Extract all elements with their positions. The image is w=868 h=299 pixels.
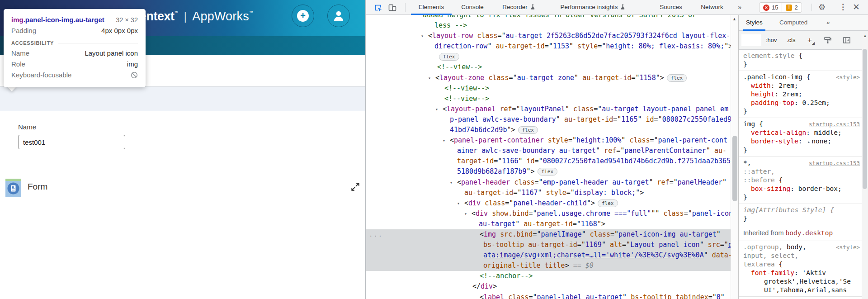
tree-row[interactable]: p-panel awlc-save-boundary" au-target-id… (366, 114, 731, 125)
devtools-tab-performance-insights[interactable]: Performance insights (555, 0, 631, 15)
more-actions-dots[interactable]: ... (369, 229, 383, 240)
expand-arrow-icon[interactable]: ▾ (421, 31, 424, 41)
new-style-rule-button[interactable]: +◢ (807, 31, 815, 50)
css-selector-line[interactable]: } (739, 107, 862, 116)
tree-row[interactable]: au-target-id="1167" style="display: bloc… (366, 188, 731, 198)
css-property[interactable]: box-sizing: border-box; (739, 185, 862, 193)
css-property[interactable]: grotesk',Helvetica,'Se (739, 277, 862, 286)
close-devtools-icon[interactable]: ✕ (853, 0, 860, 15)
tree-row[interactable]: target-id="1166" id="080027c2550fa1ed954… (366, 156, 731, 166)
css-property[interactable]: width: 2rem; (739, 81, 862, 90)
css-selector-line[interactable]: } (739, 214, 862, 223)
add-button[interactable]: + (292, 5, 314, 27)
css-property[interactable]: vertical-align: middle; (739, 128, 862, 137)
tree-row[interactable]: ata:image/svg+xml;charset=…ll='white'/%3… (366, 250, 731, 261)
toggle-class-button[interactable]: .cls (787, 31, 796, 50)
tree-row[interactable]: less --> (366, 20, 731, 31)
tree-row[interactable]: ▾<panel-header class="emp-panel-header a… (366, 177, 731, 188)
settings-gear-icon[interactable]: ⚙ (818, 0, 826, 15)
expand-arrow-icon[interactable]: ▾ (457, 198, 460, 209)
css-selector-line[interactable]: textarea { (739, 260, 862, 269)
tree-row[interactable]: <!--view--> (366, 94, 731, 104)
tree-row[interactable]: <!--anchor--> (366, 271, 731, 281)
devtools-tab-elements[interactable]: Elements (411, 0, 452, 15)
devtools-tab-console[interactable]: Console (456, 0, 489, 15)
tree-row[interactable]: ...<img src.bind="panelImage" class="pan… (366, 229, 731, 240)
elements-scrollbar[interactable]: ▲ (731, 15, 738, 299)
scrollbar-thumb[interactable] (732, 136, 737, 201)
flex-badge[interactable]: flex (518, 126, 538, 134)
css-selector-line[interactable]: input, select, (739, 252, 862, 260)
issues-badges[interactable]: ✕ 15 ! 2 (759, 2, 802, 13)
expand-panel-icon[interactable] (350, 182, 360, 192)
expand-arrow-icon[interactable]: ▾ (464, 209, 467, 219)
rendering-paint-icon[interactable] (824, 36, 832, 44)
devtools-tab-network[interactable]: Network (694, 0, 730, 15)
flex-badge[interactable]: flex (538, 168, 558, 176)
user-menu-button[interactable] (327, 5, 350, 27)
tree-row[interactable]: added height to fix flex issues in older… (366, 15, 731, 20)
css-selector-line[interactable]: startup.css:153img { (739, 120, 862, 128)
scroll-up-arrow[interactable]: ▲ (732, 17, 736, 21)
device-toolbar-icon[interactable] (388, 3, 397, 12)
tree-row[interactable]: 5180d9b682af187b9">flex (366, 166, 731, 177)
kebab-menu-icon[interactable]: ⋮ (839, 0, 847, 15)
css-selector-line[interactable]: <style>.panel-icon-img { (739, 73, 862, 81)
tree-row[interactable]: flex (366, 52, 731, 62)
sidebar-tab-computed[interactable]: Computed (779, 15, 807, 31)
styles-scrollbar[interactable]: ▲ (862, 31, 868, 299)
tree-row[interactable]: <!--view--> (366, 83, 731, 94)
tree-row[interactable]: ▾<layout-row class="au-target 2f5263c86d… (366, 31, 731, 41)
stylesheet-source-link[interactable]: startup.css:153 (809, 120, 860, 128)
devtools-tab-recorder[interactable]: Recorder (497, 0, 541, 15)
tree-row[interactable]: ▾<layout-zone class="au-target zone" au-… (366, 73, 731, 83)
devtools-tab-sources[interactable]: Sources (654, 0, 688, 15)
sidebar-tab--[interactable]: » (826, 15, 830, 31)
flex-badge[interactable]: flex (439, 53, 459, 61)
inspect-element-icon[interactable] (373, 3, 382, 12)
expand-arrow-icon[interactable]: ▾ (428, 73, 431, 83)
tree-row[interactable]: original-title title> == $0 (366, 261, 731, 271)
tree-row[interactable]: direction-row" au-target-id="1153" style… (366, 41, 731, 52)
expand-arrow-icon[interactable]: ▾ (450, 177, 453, 188)
css-property[interactable]: border-style: ▸none; (739, 137, 862, 146)
css-selector-line[interactable]: } (739, 146, 862, 155)
warning-badge[interactable]: ! 2 (782, 3, 801, 12)
attribute-value-link[interactable]: ata:image/svg+xml;charset=…ll='white'/%3… (483, 251, 704, 259)
css-selector-line[interactable]: ::after, (739, 167, 862, 176)
tree-row[interactable]: ▾<layout-panel ref="layoutPanel" class="… (366, 104, 731, 114)
css-selector-line[interactable]: ::before { (739, 176, 862, 185)
tree-row[interactable]: bs-tooltip au-target-id="1169" alt="Layo… (366, 240, 731, 250)
layout-panel-icon-highlighted[interactable] (5, 179, 21, 197)
error-badge[interactable]: ✕ 15 (760, 3, 782, 12)
tree-row[interactable]: ainer awlc-save-boundary au-target" ref=… (366, 146, 731, 156)
toggle-hover-state-button[interactable]: :hov (766, 31, 777, 50)
stylesheet-source-link[interactable]: <style> (836, 243, 860, 252)
tree-row[interactable]: </div> (366, 281, 731, 292)
tree-row[interactable]: <label class="panel-label au-target" bs-… (366, 292, 731, 299)
css-property[interactable]: height: 2rem; (739, 90, 862, 99)
stylesheet-source-link[interactable]: startup.css:153 (809, 159, 860, 167)
scrollbar-thumb[interactable] (863, 49, 867, 189)
sidebar-tab-styles[interactable]: Styles (746, 15, 763, 31)
tree-row[interactable]: <!--view--> (366, 62, 731, 72)
stylesheet-source-link[interactable]: <style> (836, 73, 860, 81)
css-selector-line[interactable]: img[Attributes Style] { (739, 206, 862, 214)
css-property[interactable]: UI',Tahoma,Arial,sans (739, 286, 862, 294)
tree-row[interactable]: ▾<panel-parent-container style="height:1… (366, 135, 731, 146)
css-selector-line[interactable]: startup.css:153*, (739, 159, 862, 167)
tree-row[interactable]: 41bd74b6dc2d9b">flex (366, 125, 731, 135)
inherited-node-link[interactable]: body.desktop (786, 229, 833, 237)
css-property[interactable]: font-family: 'Aktiv (739, 269, 862, 277)
more-tabs-chevron[interactable]: » (738, 0, 741, 15)
css-property[interactable]: padding-top: 0.25em; (739, 99, 862, 107)
styles-filter-input[interactable] (741, 34, 761, 46)
scroll-up-arrow[interactable]: ▲ (863, 33, 867, 38)
tree-row[interactable]: ▾<div show.bind="panel.usage.chrome ==="… (366, 209, 731, 219)
name-input[interactable] (18, 135, 125, 149)
css-selector-line[interactable]: element.style { (739, 52, 862, 60)
expand-arrow-icon[interactable]: ▾ (435, 104, 438, 114)
css-selector-line[interactable]: <style>.optgroup, body, (739, 243, 862, 252)
css-selector-line[interactable]: } (739, 193, 862, 202)
toggle-sidebar-layout-icon[interactable] (843, 36, 851, 44)
